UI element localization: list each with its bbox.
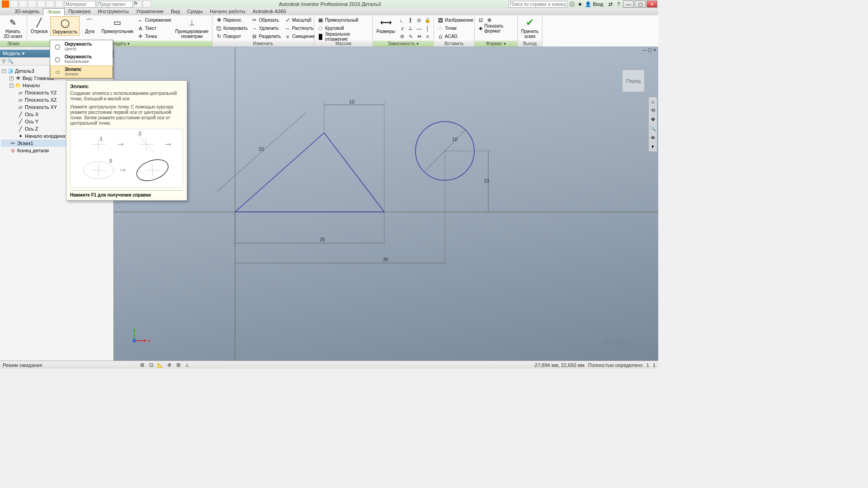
- constraint-fix-icon[interactable]: 🔒: [424, 16, 432, 24]
- tab-manage[interactable]: Управление: [132, 8, 167, 15]
- login-link[interactable]: Вход: [593, 2, 603, 7]
- qat-save-icon[interactable]: [28, 0, 36, 8]
- constraint-smooth-icon[interactable]: ∿: [406, 33, 415, 40]
- sb-icon-3[interactable]: 📐: [156, 362, 164, 368]
- format-construction-icon[interactable]: ⊡: [476, 16, 485, 24]
- user-icon[interactable]: 👤: [585, 1, 592, 7]
- window-title: Autodesk Inventor Professional 2016 Дета…: [151, 1, 509, 7]
- nav-home-icon[interactable]: ⌂: [649, 97, 657, 106]
- nav-pan-icon[interactable]: ✥: [649, 115, 657, 124]
- constraint-vertical-icon[interactable]: │: [424, 24, 432, 32]
- rect-pattern-button[interactable]: ▦Прямоугольный: [316, 16, 371, 24]
- circ-pattern-button[interactable]: ◌Круговой: [316, 24, 371, 32]
- constraint-symmetric-icon[interactable]: ⇔: [415, 33, 423, 40]
- filter-icon[interactable]: ▽: [2, 58, 5, 64]
- help-icon[interactable]: ?: [615, 1, 622, 7]
- qat-fx-icon[interactable]: fx: [134, 0, 142, 8]
- sb-icon-2[interactable]: ⊡: [147, 362, 155, 368]
- close-button[interactable]: ✕: [646, 0, 657, 8]
- constraint-collinear-icon[interactable]: ∥: [406, 16, 415, 24]
- circle-center-icon: ◯: [52, 42, 63, 51]
- group-label-format[interactable]: Формат ▾: [475, 41, 517, 47]
- view-cube[interactable]: Перед: [622, 70, 645, 92]
- insert-points-button[interactable]: ∴Точки: [436, 24, 475, 32]
- start-2d-sketch-button[interactable]: ✎ Начать 2D-эскиз: [2, 16, 24, 40]
- scale-button[interactable]: ⤢Масштаб: [283, 16, 316, 24]
- show-format-button[interactable]: ◈Показать формат: [476, 24, 515, 32]
- tab-view[interactable]: Вид: [167, 8, 184, 15]
- constraint-parallel-icon[interactable]: ⫽: [398, 24, 406, 32]
- group-label-constrain[interactable]: Зависимость ▾: [373, 41, 434, 47]
- sketch-canvas[interactable]: 20 10 10 10 25 35 x Перед ⌂ ⟲ ✥: [114, 47, 658, 361]
- doc-restore-icon[interactable]: ▢: [648, 47, 652, 52]
- app-logo-icon[interactable]: [2, 0, 9, 8]
- qat-undo-icon[interactable]: [37, 0, 45, 8]
- extend-button[interactable]: →Удлинить: [250, 24, 282, 32]
- offset-button[interactable]: ≡Смещение: [283, 33, 316, 40]
- constraint-tangent-icon[interactable]: ⊘: [398, 33, 406, 40]
- insert-image-button[interactable]: 🖼Изображение: [436, 16, 475, 24]
- status-constrained: Полностью определено: [588, 362, 643, 368]
- tab-inspect[interactable]: Проверка: [65, 8, 94, 15]
- swap-icon[interactable]: ⇄: [607, 1, 614, 7]
- rectangle-button[interactable]: ▭Прямоугольник: [99, 16, 135, 35]
- svg-text:3: 3: [109, 159, 112, 164]
- qat-open-icon[interactable]: [19, 0, 27, 8]
- sb-ortho-icon[interactable]: ⊥: [184, 362, 191, 368]
- tab-get-started[interactable]: Начало работы: [206, 8, 249, 15]
- nav-more-icon[interactable]: ▾: [649, 142, 657, 151]
- nav-zoom-icon[interactable]: 🔍: [649, 124, 657, 133]
- arc-button[interactable]: ⌒Дуга: [80, 16, 99, 35]
- appearance-select[interactable]: [97, 1, 133, 8]
- info-icon[interactable]: ⓘ: [568, 1, 576, 7]
- qat-redo-icon[interactable]: [46, 0, 54, 8]
- constraint-concentric-icon[interactable]: ◎: [415, 16, 423, 24]
- find-icon[interactable]: 🔍: [7, 58, 14, 64]
- doc-minimize-icon[interactable]: —: [642, 47, 647, 52]
- minimize-button[interactable]: —: [623, 0, 634, 8]
- qat-more-icon[interactable]: [143, 0, 151, 8]
- material-select[interactable]: [64, 1, 96, 8]
- star-icon[interactable]: ★: [576, 1, 584, 7]
- text-button[interactable]: AТекст: [136, 24, 173, 32]
- constraint-equal-icon[interactable]: =: [424, 33, 432, 40]
- point-button[interactable]: ✛Точка: [136, 33, 173, 40]
- copy-button[interactable]: ⿻Копировать: [214, 24, 249, 32]
- move-button[interactable]: ✥Перенос: [214, 16, 249, 24]
- constraint-horizontal-icon[interactable]: —: [415, 24, 423, 32]
- trim-button[interactable]: ✂Обрезать: [250, 16, 282, 24]
- stretch-button[interactable]: ↔Растянуть: [283, 24, 316, 32]
- finish-sketch-button[interactable]: ✔Принять эскиз: [519, 16, 540, 40]
- format-centerline-icon[interactable]: ⊕: [485, 16, 493, 24]
- qat-new-icon[interactable]: [10, 0, 18, 8]
- rotate-button[interactable]: ↻Поворот: [214, 33, 249, 40]
- tab-a360[interactable]: Autodesk A360: [249, 8, 290, 15]
- dropdown-ellipse[interactable]: ⬭ ЭллипсЭллипс: [50, 66, 113, 78]
- tab-tools[interactable]: Инструменты: [94, 8, 132, 15]
- split-button[interactable]: ⊟Разделить: [250, 33, 282, 40]
- help-search-input[interactable]: [509, 1, 567, 8]
- nav-orbit-icon[interactable]: ⟲: [649, 106, 657, 115]
- circle-button[interactable]: ◯Окружность: [50, 16, 80, 36]
- dropdown-circle-tangent[interactable]: ◯ ОкружностьКасательная: [50, 53, 113, 66]
- line-button[interactable]: ╱Отрезок: [29, 16, 49, 35]
- fillet-button[interactable]: ⌐Сопряжение: [136, 16, 173, 24]
- tab-sketch[interactable]: Эскиз: [43, 8, 64, 15]
- project-geometry-button[interactable]: ⟂Проецирование геометрии: [174, 16, 210, 40]
- sb-grid-icon[interactable]: ⊞: [175, 362, 182, 368]
- sb-snap-icon[interactable]: ⊕: [165, 362, 173, 368]
- mirror-button[interactable]: ▐▌Зеркальное отражение: [316, 33, 371, 40]
- insert-acad-button[interactable]: ⎙ACAD: [436, 33, 475, 40]
- doc-close-icon[interactable]: ✕: [653, 47, 656, 52]
- tab-environments[interactable]: Среды: [184, 8, 206, 15]
- constraint-coincident-icon[interactable]: ∟: [398, 16, 406, 24]
- nav-look-icon[interactable]: 👁: [649, 133, 657, 142]
- dropdown-circle-center[interactable]: ◯ ОкружностьЦентр: [50, 40, 113, 53]
- maximize-button[interactable]: ▢: [635, 0, 646, 8]
- sb-icon-1[interactable]: ⊞: [138, 362, 146, 368]
- group-label-exit: Выход: [518, 41, 542, 47]
- constraint-perpendicular-icon[interactable]: ⊥: [406, 24, 415, 32]
- qat-home-icon[interactable]: [55, 0, 63, 8]
- dimension-button[interactable]: ⟷Размеры: [375, 16, 397, 35]
- tab-3d-model[interactable]: 3D-модель: [11, 8, 43, 15]
